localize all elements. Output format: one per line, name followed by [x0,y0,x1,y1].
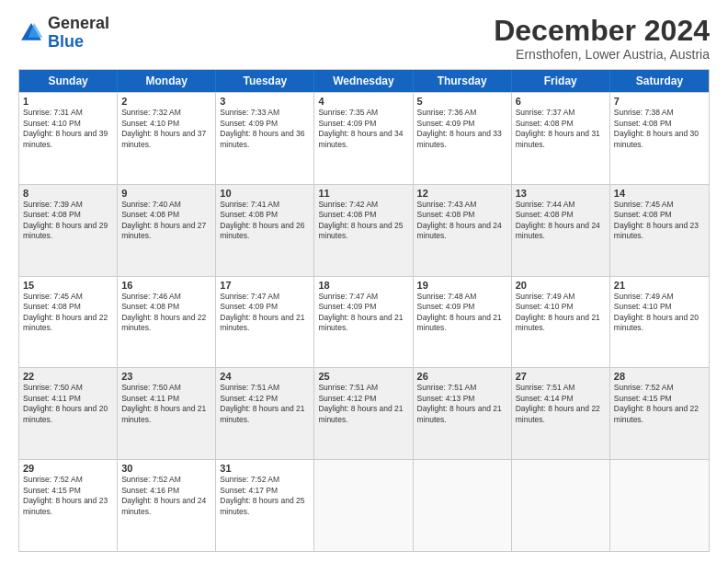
cell-info: Sunrise: 7:35 AMSunset: 4:09 PMDaylight:… [318,108,408,150]
cell-info: Sunrise: 7:33 AMSunset: 4:09 PMDaylight:… [220,108,310,150]
calendar-cell: 18Sunrise: 7:47 AMSunset: 4:09 PMDayligh… [314,277,413,368]
day-number: 29 [23,463,113,474]
calendar-cell [610,460,709,551]
day-number: 21 [614,280,705,291]
day-number: 8 [23,188,113,199]
day-number: 20 [516,280,606,291]
logo-blue: Blue [48,33,109,52]
cell-info: Sunrise: 7:38 AMSunset: 4:08 PMDaylight:… [614,108,705,150]
calendar-cell: 28Sunrise: 7:52 AMSunset: 4:15 PMDayligh… [610,368,709,459]
day-number: 31 [220,463,310,474]
day-number: 25 [318,371,408,382]
calendar-cell: 16Sunrise: 7:46 AMSunset: 4:08 PMDayligh… [118,277,216,368]
cell-info: Sunrise: 7:46 AMSunset: 4:08 PMDaylight:… [121,292,211,334]
day-number: 26 [417,371,507,382]
cell-info: Sunrise: 7:52 AMSunset: 4:15 PMDaylight:… [614,383,705,425]
day-header: Wednesday [314,70,413,92]
cell-info: Sunrise: 7:39 AMSunset: 4:08 PMDaylight:… [23,200,113,242]
calendar-cell [414,460,512,551]
logo-text: General Blue [48,15,109,52]
day-number: 27 [516,371,606,382]
day-number: 22 [23,371,113,382]
logo-general: General [48,15,109,33]
day-number: 12 [417,188,507,199]
cell-info: Sunrise: 7:51 AMSunset: 4:14 PMDaylight:… [516,383,606,425]
cell-info: Sunrise: 7:32 AMSunset: 4:10 PMDaylight:… [121,108,211,150]
calendar-cell: 20Sunrise: 7:49 AMSunset: 4:10 PMDayligh… [512,277,610,368]
day-number: 10 [220,188,310,199]
calendar-cell: 24Sunrise: 7:51 AMSunset: 4:12 PMDayligh… [216,368,314,459]
cell-info: Sunrise: 7:45 AMSunset: 4:08 PMDaylight:… [614,200,705,242]
day-number: 30 [121,463,211,474]
cell-info: Sunrise: 7:36 AMSunset: 4:09 PMDaylight:… [417,108,507,150]
cell-info: Sunrise: 7:48 AMSunset: 4:09 PMDaylight:… [417,292,507,334]
cell-info: Sunrise: 7:43 AMSunset: 4:08 PMDaylight:… [417,200,507,242]
day-number: 2 [121,96,211,107]
calendar-cell: 11Sunrise: 7:42 AMSunset: 4:08 PMDayligh… [314,185,413,276]
calendar-cell: 27Sunrise: 7:51 AMSunset: 4:14 PMDayligh… [512,368,610,459]
cell-info: Sunrise: 7:47 AMSunset: 4:09 PMDaylight:… [220,292,310,334]
calendar-cell: 6Sunrise: 7:37 AMSunset: 4:08 PMDaylight… [512,93,610,184]
day-number: 5 [417,96,507,107]
cell-info: Sunrise: 7:52 AMSunset: 4:17 PMDaylight:… [220,475,310,517]
cell-info: Sunrise: 7:42 AMSunset: 4:08 PMDaylight:… [318,200,408,242]
day-number: 15 [23,280,113,291]
cell-info: Sunrise: 7:50 AMSunset: 4:11 PMDaylight:… [23,383,113,425]
calendar-cell: 2Sunrise: 7:32 AMSunset: 4:10 PMDaylight… [118,93,216,184]
day-number: 7 [614,96,705,107]
day-number: 19 [417,280,507,291]
calendar-cell: 29Sunrise: 7:52 AMSunset: 4:15 PMDayligh… [19,460,118,551]
cell-info: Sunrise: 7:37 AMSunset: 4:08 PMDaylight:… [516,108,606,150]
cell-info: Sunrise: 7:51 AMSunset: 4:12 PMDaylight:… [318,383,408,425]
day-number: 1 [23,96,113,107]
day-number: 6 [516,96,606,107]
day-number: 9 [121,188,211,199]
cell-info: Sunrise: 7:47 AMSunset: 4:09 PMDaylight:… [318,292,408,334]
title-block: December 2024 Ernsthofen, Lower Austria,… [494,15,710,62]
cell-info: Sunrise: 7:51 AMSunset: 4:13 PMDaylight:… [417,383,507,425]
calendar-body: 1Sunrise: 7:31 AMSunset: 4:10 PMDaylight… [19,92,709,551]
header: General Blue December 2024 Ernsthofen, L… [18,15,710,62]
calendar-cell: 21Sunrise: 7:49 AMSunset: 4:10 PMDayligh… [610,277,709,368]
day-header: Tuesday [216,70,314,92]
day-header: Thursday [414,70,512,92]
calendar-cell [314,460,413,551]
day-header: Monday [118,70,216,92]
calendar-cell: 30Sunrise: 7:52 AMSunset: 4:16 PMDayligh… [118,460,216,551]
main-title: December 2024 [494,15,710,47]
cell-info: Sunrise: 7:44 AMSunset: 4:08 PMDaylight:… [516,200,606,242]
calendar-week: 29Sunrise: 7:52 AMSunset: 4:15 PMDayligh… [19,459,709,551]
cell-info: Sunrise: 7:40 AMSunset: 4:08 PMDaylight:… [121,200,211,242]
calendar-week: 15Sunrise: 7:45 AMSunset: 4:08 PMDayligh… [19,276,709,368]
cell-info: Sunrise: 7:31 AMSunset: 4:10 PMDaylight:… [23,108,113,150]
logo: General Blue [18,15,109,52]
calendar-cell: 17Sunrise: 7:47 AMSunset: 4:09 PMDayligh… [216,277,314,368]
calendar-cell: 26Sunrise: 7:51 AMSunset: 4:13 PMDayligh… [414,368,512,459]
calendar-header: SundayMondayTuesdayWednesdayThursdayFrid… [19,70,709,92]
day-number: 3 [220,96,310,107]
day-number: 23 [121,371,211,382]
day-number: 16 [121,280,211,291]
day-number: 28 [614,371,705,382]
day-number: 11 [318,188,408,199]
calendar: SundayMondayTuesdayWednesdayThursdayFrid… [18,69,710,552]
calendar-cell: 5Sunrise: 7:36 AMSunset: 4:09 PMDaylight… [414,93,512,184]
cell-info: Sunrise: 7:41 AMSunset: 4:08 PMDaylight:… [220,200,310,242]
day-number: 18 [318,280,408,291]
subtitle: Ernsthofen, Lower Austria, Austria [494,47,710,62]
calendar-cell: 31Sunrise: 7:52 AMSunset: 4:17 PMDayligh… [216,460,314,551]
cell-info: Sunrise: 7:49 AMSunset: 4:10 PMDaylight:… [516,292,606,334]
cell-info: Sunrise: 7:50 AMSunset: 4:11 PMDaylight:… [121,383,211,425]
calendar-cell: 19Sunrise: 7:48 AMSunset: 4:09 PMDayligh… [414,277,512,368]
calendar-cell: 7Sunrise: 7:38 AMSunset: 4:08 PMDaylight… [610,93,709,184]
calendar-week: 1Sunrise: 7:31 AMSunset: 4:10 PMDaylight… [19,92,709,184]
logo-icon [18,20,44,46]
calendar-cell: 1Sunrise: 7:31 AMSunset: 4:10 PMDaylight… [19,93,118,184]
calendar-cell: 14Sunrise: 7:45 AMSunset: 4:08 PMDayligh… [610,185,709,276]
calendar-cell: 8Sunrise: 7:39 AMSunset: 4:08 PMDaylight… [19,185,118,276]
cell-info: Sunrise: 7:45 AMSunset: 4:08 PMDaylight:… [23,292,113,334]
calendar-cell: 25Sunrise: 7:51 AMSunset: 4:12 PMDayligh… [314,368,413,459]
calendar-cell: 15Sunrise: 7:45 AMSunset: 4:08 PMDayligh… [19,277,118,368]
calendar-cell: 3Sunrise: 7:33 AMSunset: 4:09 PMDaylight… [216,93,314,184]
cell-info: Sunrise: 7:52 AMSunset: 4:16 PMDaylight:… [121,475,211,517]
